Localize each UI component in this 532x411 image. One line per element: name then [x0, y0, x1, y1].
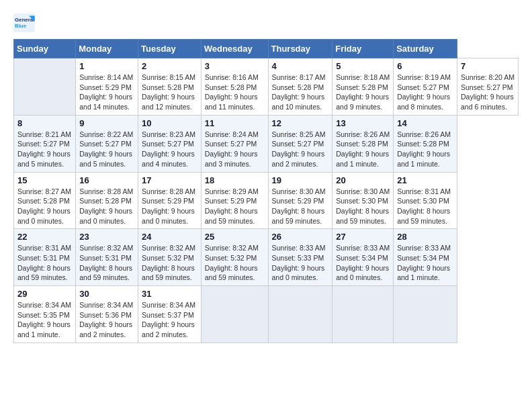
calendar-week-4: 22 Sunrise: 8:31 AMSunset: 5:31 PMDaylig… — [14, 229, 519, 286]
day-info: Sunrise: 8:19 AMSunset: 5:27 PMDaylight:… — [397, 73, 451, 111]
day-info: Sunrise: 8:28 AMSunset: 5:28 PMDaylight:… — [79, 187, 133, 225]
calendar-cell: 4 Sunrise: 8:17 AMSunset: 5:28 PMDayligh… — [268, 58, 332, 116]
calendar-week-2: 8 Sunrise: 8:21 AMSunset: 5:27 PMDayligh… — [14, 115, 519, 172]
calendar-cell: 10 Sunrise: 8:23 AMSunset: 5:27 PMDaylig… — [138, 115, 202, 172]
calendar-cell: 19 Sunrise: 8:30 AMSunset: 5:29 PMDaylig… — [268, 172, 332, 229]
calendar-cell: 27 Sunrise: 8:33 AMSunset: 5:34 PMDaylig… — [332, 229, 394, 286]
calendar-cell: 3 Sunrise: 8:16 AMSunset: 5:28 PMDayligh… — [201, 58, 268, 116]
calendar-cell: 25 Sunrise: 8:32 AMSunset: 5:32 PMDaylig… — [201, 229, 268, 286]
day-number: 7 — [461, 61, 515, 71]
calendar-cell: 1 Sunrise: 8:14 AMSunset: 5:29 PMDayligh… — [76, 58, 138, 116]
calendar-cell — [394, 286, 457, 343]
calendar-cell — [201, 286, 268, 343]
day-info: Sunrise: 8:33 AMSunset: 5:34 PMDaylight:… — [336, 244, 390, 281]
day-number: 17 — [142, 175, 197, 185]
calendar-week-3: 15 Sunrise: 8:27 AMSunset: 5:28 PMDaylig… — [14, 172, 519, 229]
calendar-cell: 31 Sunrise: 8:34 AMSunset: 5:37 PMDaylig… — [138, 286, 202, 343]
day-number: 20 — [336, 175, 390, 185]
calendar-cell: 20 Sunrise: 8:30 AMSunset: 5:30 PMDaylig… — [332, 172, 394, 229]
day-number: 18 — [205, 175, 265, 185]
day-header-monday: Monday — [76, 40, 138, 58]
calendar-table: SundayMondayTuesdayWednesdayThursdayFrid… — [13, 39, 519, 343]
day-info: Sunrise: 8:21 AMSunset: 5:27 PMDaylight:… — [17, 130, 71, 168]
calendar-cell: 15 Sunrise: 8:27 AMSunset: 5:28 PMDaylig… — [14, 172, 76, 229]
day-number: 30 — [79, 289, 134, 299]
calendar-cell: 21 Sunrise: 8:31 AMSunset: 5:30 PMDaylig… — [394, 172, 457, 229]
calendar-week-5: 29 Sunrise: 8:34 AMSunset: 5:35 PMDaylig… — [14, 286, 519, 343]
calendar-cell: 22 Sunrise: 8:31 AMSunset: 5:31 PMDaylig… — [14, 229, 76, 286]
day-info: Sunrise: 8:31 AMSunset: 5:30 PMDaylight:… — [397, 187, 451, 225]
day-info: Sunrise: 8:34 AMSunset: 5:35 PMDaylight:… — [17, 301, 71, 338]
day-number: 9 — [79, 118, 134, 128]
day-info: Sunrise: 8:28 AMSunset: 5:29 PMDaylight:… — [142, 187, 195, 225]
calendar-cell — [14, 58, 76, 116]
logo-icon: General Blue — [13, 13, 35, 32]
calendar-cell — [268, 286, 332, 343]
day-header-friday: Friday — [332, 40, 394, 58]
calendar-body: 1 Sunrise: 8:14 AMSunset: 5:29 PMDayligh… — [14, 58, 519, 343]
calendar-cell: 9 Sunrise: 8:22 AMSunset: 5:27 PMDayligh… — [76, 115, 138, 172]
day-number: 16 — [79, 175, 134, 185]
day-number: 28 — [397, 232, 453, 242]
day-info: Sunrise: 8:16 AMSunset: 5:28 PMDaylight:… — [205, 73, 259, 111]
calendar-cell — [332, 286, 394, 343]
day-number: 12 — [272, 118, 329, 128]
calendar-cell: 16 Sunrise: 8:28 AMSunset: 5:28 PMDaylig… — [76, 172, 138, 229]
calendar-cell: 26 Sunrise: 8:33 AMSunset: 5:33 PMDaylig… — [268, 229, 332, 286]
day-number: 31 — [142, 289, 197, 299]
day-number: 29 — [17, 289, 72, 299]
day-number: 24 — [142, 232, 197, 242]
calendar-header-row: SundayMondayTuesdayWednesdayThursdayFrid… — [14, 40, 519, 58]
day-number: 11 — [205, 118, 265, 128]
day-info: Sunrise: 8:25 AMSunset: 5:27 PMDaylight:… — [272, 130, 326, 168]
day-number: 22 — [17, 232, 72, 242]
day-header-thursday: Thursday — [268, 40, 332, 58]
day-number: 10 — [142, 118, 197, 128]
calendar-cell: 8 Sunrise: 8:21 AMSunset: 5:27 PMDayligh… — [14, 115, 76, 172]
calendar-week-1: 1 Sunrise: 8:14 AMSunset: 5:29 PMDayligh… — [14, 58, 519, 116]
calendar-cell: 11 Sunrise: 8:24 AMSunset: 5:27 PMDaylig… — [201, 115, 268, 172]
day-info: Sunrise: 8:32 AMSunset: 5:31 PMDaylight:… — [79, 244, 133, 281]
day-header-wednesday: Wednesday — [201, 40, 268, 58]
calendar-cell: 28 Sunrise: 8:33 AMSunset: 5:34 PMDaylig… — [394, 229, 457, 286]
day-info: Sunrise: 8:20 AMSunset: 5:27 PMDaylight:… — [461, 73, 515, 111]
calendar-cell: 7 Sunrise: 8:20 AMSunset: 5:27 PMDayligh… — [457, 58, 518, 116]
day-info: Sunrise: 8:32 AMSunset: 5:32 PMDaylight:… — [142, 244, 195, 281]
day-number: 8 — [17, 118, 72, 128]
calendar-cell: 17 Sunrise: 8:28 AMSunset: 5:29 PMDaylig… — [138, 172, 202, 229]
calendar-cell: 30 Sunrise: 8:34 AMSunset: 5:36 PMDaylig… — [76, 286, 138, 343]
day-info: Sunrise: 8:26 AMSunset: 5:28 PMDaylight:… — [397, 130, 451, 168]
day-info: Sunrise: 8:32 AMSunset: 5:32 PMDaylight:… — [205, 244, 259, 281]
calendar-cell: 12 Sunrise: 8:25 AMSunset: 5:27 PMDaylig… — [268, 115, 332, 172]
day-number: 26 — [272, 232, 329, 242]
calendar-cell: 6 Sunrise: 8:19 AMSunset: 5:27 PMDayligh… — [394, 58, 457, 116]
calendar-cell: 13 Sunrise: 8:26 AMSunset: 5:28 PMDaylig… — [332, 115, 394, 172]
day-info: Sunrise: 8:27 AMSunset: 5:28 PMDaylight:… — [17, 187, 71, 225]
day-info: Sunrise: 8:24 AMSunset: 5:27 PMDaylight:… — [205, 130, 259, 168]
day-info: Sunrise: 8:34 AMSunset: 5:37 PMDaylight:… — [142, 301, 195, 338]
logo: General Blue — [13, 13, 35, 32]
day-header-sunday: Sunday — [14, 40, 76, 58]
svg-text:Blue: Blue — [15, 23, 27, 29]
calendar-cell: 29 Sunrise: 8:34 AMSunset: 5:35 PMDaylig… — [14, 286, 76, 343]
day-info: Sunrise: 8:15 AMSunset: 5:28 PMDaylight:… — [142, 73, 195, 111]
day-info: Sunrise: 8:23 AMSunset: 5:27 PMDaylight:… — [142, 130, 195, 168]
day-number: 5 — [336, 61, 390, 71]
day-info: Sunrise: 8:31 AMSunset: 5:31 PMDaylight:… — [17, 244, 71, 281]
day-info: Sunrise: 8:17 AMSunset: 5:28 PMDaylight:… — [272, 73, 326, 111]
calendar-cell: 23 Sunrise: 8:32 AMSunset: 5:31 PMDaylig… — [76, 229, 138, 286]
day-info: Sunrise: 8:29 AMSunset: 5:29 PMDaylight:… — [205, 187, 259, 225]
day-number: 19 — [272, 175, 329, 185]
day-number: 13 — [336, 118, 390, 128]
day-number: 14 — [397, 118, 453, 128]
day-info: Sunrise: 8:33 AMSunset: 5:33 PMDaylight:… — [272, 244, 326, 281]
calendar-cell: 18 Sunrise: 8:29 AMSunset: 5:29 PMDaylig… — [201, 172, 268, 229]
calendar-cell: 14 Sunrise: 8:26 AMSunset: 5:28 PMDaylig… — [394, 115, 457, 172]
day-info: Sunrise: 8:30 AMSunset: 5:29 PMDaylight:… — [272, 187, 326, 225]
day-number: 4 — [272, 61, 329, 71]
day-info: Sunrise: 8:22 AMSunset: 5:27 PMDaylight:… — [79, 130, 133, 168]
day-header-tuesday: Tuesday — [138, 40, 202, 58]
day-number: 15 — [17, 175, 72, 185]
day-number: 25 — [205, 232, 265, 242]
day-info: Sunrise: 8:18 AMSunset: 5:28 PMDaylight:… — [336, 73, 390, 111]
